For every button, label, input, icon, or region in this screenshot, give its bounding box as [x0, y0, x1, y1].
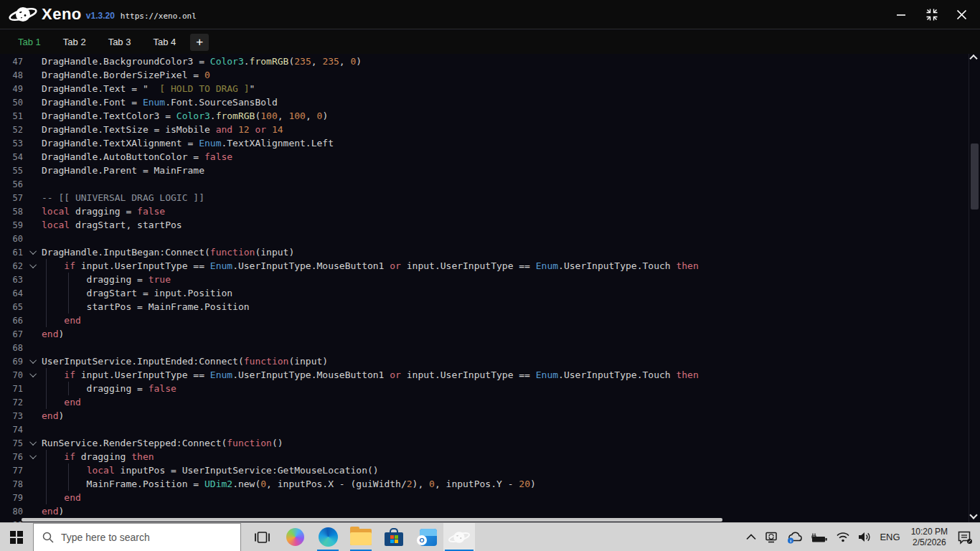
task-view-button[interactable] — [245, 523, 278, 551]
code-line[interactable]: 65 startPos = MainFrame.Position — [0, 300, 961, 314]
fold-chevron-icon[interactable] — [29, 261, 37, 268]
xeno-taskbar-button[interactable] — [443, 523, 475, 551]
code-line[interactable]: 61DragHandle.InputBegan:Connect(function… — [0, 245, 961, 259]
code-line[interactable]: 77 local inputPos = UserInputService:Get… — [0, 463, 961, 477]
code-token: .UserInputType.MouseButton1 — [232, 260, 390, 271]
code-token: then — [676, 260, 698, 271]
code-line[interactable]: 54DragHandle.AutoButtonColor = false — [0, 150, 961, 164]
code-token: 12 — [238, 124, 250, 135]
code-line[interactable]: 52DragHandle.TextSize = isMobile and 12 … — [0, 123, 961, 136]
code-line[interactable]: 63 dragging = true — [0, 273, 961, 286]
code-token: 0 — [429, 479, 435, 489]
edge-button[interactable] — [311, 523, 344, 551]
code-token: Enum — [210, 369, 232, 380]
line-number: 47 — [0, 57, 26, 67]
wifi-icon[interactable] — [836, 532, 850, 542]
code-token: RunService.RenderStepped:Connect( — [42, 438, 227, 448]
code-line[interactable]: 60 — [0, 232, 961, 245]
code-line[interactable]: 69UserInputService.InputEnded:Connect(fu… — [0, 354, 961, 368]
code-token: inputPos = UserInputService:GetMouseLoca… — [115, 465, 379, 476]
code-line[interactable]: 73end) — [0, 409, 961, 423]
battery-charging-icon[interactable] — [811, 532, 828, 542]
volume-icon[interactable] — [858, 532, 872, 542]
indent-guide — [46, 463, 47, 477]
code-token: . — [210, 110, 216, 121]
start-button[interactable] — [0, 523, 33, 551]
code-line[interactable]: 64 dragStart = input.Position — [0, 286, 961, 300]
code-line[interactable]: 56 — [0, 177, 961, 191]
code-line[interactable]: 71 dragging = false — [0, 382, 961, 395]
horizontal-scrollbar-thumb[interactable] — [22, 518, 722, 522]
copilot-button[interactable] — [278, 523, 311, 551]
code-line[interactable]: 48DragHandle.BorderSizePixel = 0 — [0, 68, 961, 82]
code-line[interactable]: 66 end — [0, 314, 961, 327]
code-line[interactable]: 62 if input.UserInputType == Enum.UserIn… — [0, 259, 961, 273]
tab-4[interactable]: Tab 4 — [153, 37, 176, 47]
code-token — [42, 315, 64, 326]
search-input[interactable] — [61, 532, 226, 543]
fold-chevron-icon[interactable] — [29, 248, 37, 255]
code-line[interactable]: 75RunService.RenderStepped:Connect(funct… — [0, 436, 961, 450]
code-line[interactable]: 67end) — [0, 327, 961, 341]
code-line[interactable]: 79 end — [0, 491, 961, 504]
fold-chevron-icon[interactable] — [29, 452, 37, 459]
code-line[interactable]: 78 MainFrame.Position = UDim2.new(0, inp… — [0, 477, 961, 491]
code-line[interactable]: 68 — [0, 341, 961, 354]
project-display-icon[interactable] — [764, 531, 778, 543]
code-token: .Font.SourceSansBold — [165, 97, 278, 108]
line-number: 60 — [0, 234, 26, 244]
code-token: end — [42, 410, 58, 421]
code-editor[interactable]: 47DragHandle.BackgroundColor3 = Color3.f… — [0, 54, 980, 522]
onedrive-cloud-icon[interactable]: i — [786, 531, 803, 544]
code-line[interactable]: 49DragHandle.Text = " [ HOLD TO DRAG ]" — [0, 82, 961, 95]
code-line[interactable]: 80end) — [0, 504, 961, 518]
code-token: , — [339, 56, 351, 67]
code-line[interactable]: 55DragHandle.Parent = MainFrame — [0, 164, 961, 177]
minimize-icon[interactable] — [891, 4, 911, 24]
code-line[interactable]: 50DragHandle.Font = Enum.Font.SourceSans… — [0, 95, 961, 109]
code-line[interactable]: 72 end — [0, 395, 961, 409]
code-line[interactable]: 57-- [[ UNIVERSAL DRAG LOGIC ]] — [0, 191, 961, 204]
language-indicator[interactable]: ENG — [880, 532, 900, 542]
code-line[interactable]: 70 if input.UserInputType == Enum.UserIn… — [0, 368, 961, 382]
close-icon[interactable] — [951, 4, 971, 24]
scroll-down-icon[interactable] — [971, 512, 978, 519]
code-line[interactable]: 58local dragging = false — [0, 204, 961, 218]
line-number: 56 — [0, 179, 26, 189]
taskbar-search[interactable] — [33, 523, 241, 551]
scroll-up-icon[interactable] — [971, 57, 978, 64]
app-name: Xeno — [42, 5, 82, 24]
tab-1[interactable]: Tab 1 — [18, 37, 41, 47]
indent-guide — [46, 477, 47, 491]
add-tab-button[interactable]: + — [190, 34, 209, 51]
fold-chevron-icon[interactable] — [29, 438, 37, 446]
code-token: .new( — [232, 479, 260, 489]
code-line[interactable]: 51DragHandle.TextColor3 = Color3.fromRGB… — [0, 109, 961, 123]
action-center-icon[interactable] — [957, 530, 973, 545]
code-token: .UserInputType.MouseButton1 — [232, 369, 390, 380]
fold-chevron-icon[interactable] — [29, 370, 37, 377]
vertical-scrollbar-thumb[interactable] — [971, 143, 979, 209]
copilot-icon — [286, 528, 304, 546]
line-number: 71 — [0, 384, 26, 394]
chevron-up-icon[interactable] — [746, 534, 756, 540]
line-number: 58 — [0, 207, 26, 217]
outlook-button[interactable]: O — [410, 523, 443, 551]
line-number: 73 — [0, 411, 26, 421]
tab-2[interactable]: Tab 2 — [63, 37, 86, 47]
indent-guide — [46, 314, 47, 327]
code-token: fromRGB — [250, 56, 289, 67]
microsoft-store-button[interactable] — [377, 523, 410, 551]
code-line[interactable]: 76 if dragging then — [0, 450, 961, 463]
tab-3[interactable]: Tab 3 — [108, 37, 131, 47]
code-line[interactable]: 47DragHandle.BackgroundColor3 = Color3.f… — [0, 55, 961, 68]
code-token: or — [390, 260, 401, 271]
file-explorer-button[interactable] — [344, 523, 377, 551]
code-line[interactable]: 74 — [0, 423, 961, 436]
store-bag-icon — [385, 528, 403, 546]
code-line[interactable]: 59local dragStart, startPos — [0, 218, 961, 232]
code-line[interactable]: 53DragHandle.TextXAlignment = Enum.TextX… — [0, 136, 961, 150]
fold-chevron-icon[interactable] — [29, 357, 37, 364]
collapse-icon[interactable] — [921, 4, 941, 24]
taskbar-clock[interactable]: 10:20 PM 2/5/2026 — [911, 527, 948, 548]
